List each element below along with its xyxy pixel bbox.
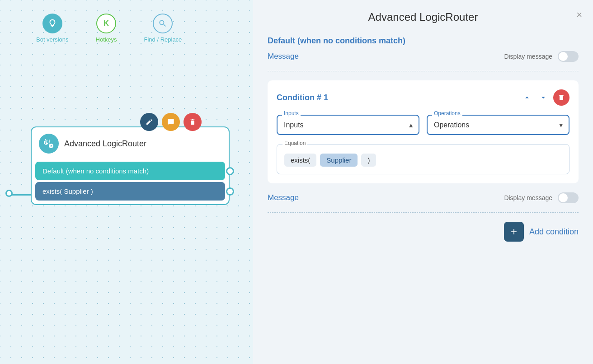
hotkeys-label: Hotkeys — [96, 36, 117, 43]
hotkeys-toolbar-item[interactable]: K Hotkeys — [96, 14, 117, 43]
inputs-dropdown-wrapper: Inputs Inputs ▲ — [277, 115, 419, 135]
close-button[interactable]: × — [576, 9, 582, 21]
condition-display-toggle[interactable] — [558, 192, 579, 203]
node-action-buttons — [140, 113, 202, 131]
condition-1-header: Condition # 1 — [277, 89, 569, 106]
condition-down-button[interactable] — [537, 91, 550, 104]
delete-node-button[interactable] — [184, 113, 202, 131]
exists-condition-row: exists( Supplier ) — [35, 182, 225, 201]
condition-controls — [521, 89, 569, 106]
find-replace-toolbar-item[interactable]: Find / Replace — [144, 14, 182, 43]
divider-1 — [268, 71, 579, 71]
node-title: Advanced LogicRouter — [64, 139, 146, 149]
operations-dropdown-wrapper: Operations Operations ▼ — [427, 115, 569, 135]
inputs-dropdown[interactable]: Inputs — [277, 115, 419, 135]
node-header: Advanced LogicRouter — [32, 127, 229, 160]
operations-dropdown-label: Operations — [432, 110, 462, 117]
logic-router-node[interactable]: Advanced LogicRouter Default (when no co… — [31, 126, 230, 205]
func-token[interactable]: exists( — [284, 154, 316, 167]
bot-versions-toolbar-item[interactable]: Bot versions — [36, 14, 69, 43]
condition-row-label: exists( Supplier ) — [42, 187, 93, 195]
right-panel: Advanced LogicRouter × Default (when no … — [253, 0, 593, 364]
equation-label: Equation — [282, 140, 307, 146]
connection-dot — [5, 190, 13, 197]
condition-dropdowns-row: Inputs Inputs ▲ Operations Operations ▼ — [277, 115, 569, 135]
default-message-row: Message Display message — [268, 51, 579, 62]
hotkeys-icon: K — [96, 14, 116, 33]
condition-1-section: Condition # 1 Inputs Inpu — [268, 80, 579, 183]
condition-up-button[interactable] — [521, 91, 533, 104]
canvas-toolbar: Bot versions K Hotkeys Find / Replace — [36, 14, 182, 43]
condition-1-title: Condition # 1 — [277, 93, 328, 103]
default-message-label: Message — [268, 52, 299, 61]
default-condition-row: Default (when no conditions match) — [35, 162, 225, 180]
condition-display-message-group: Display message — [504, 192, 579, 203]
operations-dropdown[interactable]: Operations — [427, 115, 569, 135]
panel-title: Advanced LogicRouter — [268, 11, 579, 23]
bot-versions-icon — [42, 14, 62, 33]
canvas-panel: Bot versions K Hotkeys Find / Replace — [0, 0, 253, 364]
condition-message-row: Message Display message — [268, 192, 579, 203]
divider-2 — [268, 212, 579, 213]
var-token[interactable]: Supplier — [320, 154, 358, 167]
equation-tokens: exists( Supplier ) — [284, 154, 562, 167]
condition-message-label: Message — [268, 193, 299, 202]
add-condition-row: + Add condition — [268, 222, 579, 242]
inputs-dropdown-label: Inputs — [282, 110, 301, 117]
default-display-message-group: Display message — [504, 51, 579, 62]
default-section-heading: Default (when no conditions match) — [268, 36, 579, 46]
condition-delete-button[interactable] — [553, 89, 569, 106]
equation-wrapper: Equation exists( Supplier ) — [277, 144, 569, 174]
condition-display-message-text: Display message — [504, 194, 552, 201]
default-row-connector — [226, 167, 234, 175]
add-condition-button[interactable]: + — [504, 222, 524, 242]
condition-row-connector — [226, 187, 234, 196]
find-replace-icon — [153, 14, 173, 33]
default-row-label: Default (when no conditions match) — [42, 167, 149, 175]
bot-versions-label: Bot versions — [36, 36, 69, 43]
comment-node-button[interactable] — [162, 113, 180, 131]
default-display-message-text: Display message — [504, 53, 552, 60]
add-condition-label: Add condition — [529, 227, 579, 237]
find-replace-label: Find / Replace — [144, 36, 182, 43]
paren-token[interactable]: ) — [361, 154, 376, 167]
node-icon — [39, 134, 59, 154]
default-display-toggle[interactable] — [558, 51, 579, 62]
edit-node-button[interactable] — [140, 113, 158, 131]
